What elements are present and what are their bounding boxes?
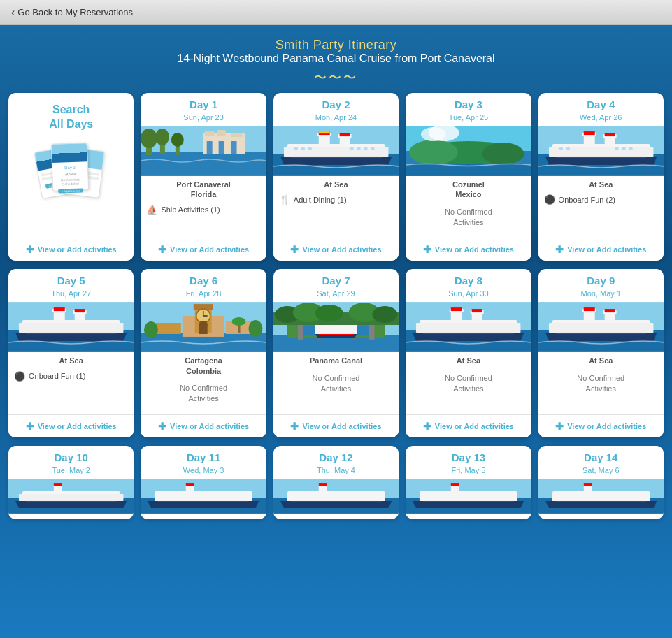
svg-rect-54 — [566, 147, 569, 150]
days-grid-row2: Day 5 Thu, Apr 27 — [0, 269, 672, 445]
svg-rect-53 — [559, 147, 562, 150]
header-ornament: 〜〜〜 — [0, 69, 672, 86]
day6-title: Day 6 — [141, 269, 266, 289]
svg-rect-149 — [451, 483, 459, 486]
svg-point-7 — [171, 133, 184, 147]
svg-point-37 — [409, 140, 458, 165]
day1-view-add-button[interactable]: ✚ View or Add activities — [141, 238, 266, 261]
svg-rect-56 — [622, 147, 625, 150]
day11-image — [141, 479, 266, 514]
day7-date: Sat, Apr 29 — [273, 289, 399, 298]
day3-location: CozumelMexico — [408, 180, 528, 200]
mickey-icon: ⚫ — [14, 371, 25, 382]
svg-rect-143 — [319, 483, 327, 486]
svg-rect-57 — [629, 147, 632, 150]
plus-icon: ✚ — [555, 421, 564, 432]
svg-rect-30 — [350, 147, 353, 150]
day4-date: Wed, Apr 26 — [538, 113, 664, 122]
day2-title: Day 2 — [273, 93, 399, 113]
search-view-add-button[interactable]: ✚ View or Add activities — [8, 238, 134, 261]
day6-view-add-button[interactable]: ✚ View or Add activities — [141, 414, 266, 437]
day12-title: Day 12 — [273, 446, 399, 466]
itinerary-header: Smith Party Itinerary 14-Night Westbound… — [0, 25, 672, 93]
day-card-2: Day 2 Mon, Apr 24 — [273, 93, 399, 261]
day3-no-activities: No ConfirmedActivities — [406, 203, 531, 233]
day8-title: Day 8 — [406, 269, 531, 289]
day1-title: Day 1 — [141, 93, 266, 113]
day3-title: Day 3 — [406, 93, 531, 113]
day8-view-add-button[interactable]: ✚ View or Add activities — [406, 414, 531, 437]
day5-activity-1: ⚫ Onboard Fun (1) — [8, 369, 134, 384]
search-all-days-card[interactable]: Search All Days + Add Activities Day 2 — [8, 93, 134, 261]
day8-location: At Sea — [408, 356, 528, 365]
day13-image — [406, 479, 531, 514]
day8-date: Sun, Apr 30 — [406, 289, 531, 298]
svg-rect-135 — [158, 501, 249, 502]
day-card-3: Day 3 Tue, Apr 25 Cozume — [406, 93, 531, 261]
svg-rect-140 — [287, 491, 385, 502]
svg-rect-128 — [19, 494, 123, 501]
day10-date: Tue, May 2 — [8, 466, 134, 474]
svg-rect-52 — [604, 133, 615, 136]
svg-rect-27 — [294, 147, 298, 150]
day6-no-activities: No ConfirmedActivities — [141, 379, 266, 409]
day10-title: Day 10 — [8, 446, 134, 466]
back-to-reservations-link[interactable]: Go Back to My Reservations — [11, 6, 133, 19]
svg-rect-19 — [291, 157, 382, 158]
day2-location: At Sea — [276, 180, 396, 189]
svg-rect-31 — [357, 147, 360, 150]
svg-rect-146 — [420, 491, 517, 502]
day7-view-add-button[interactable]: ✚ View or Add activities — [273, 414, 399, 437]
day-card-6: Day 6 Fri, Apr 28 — [141, 269, 266, 437]
svg-rect-134 — [155, 491, 252, 502]
day-card-9: Day 9 Mon, May 1 — [538, 269, 664, 437]
day9-view-add-button[interactable]: ✚ View or Add activities — [538, 414, 664, 437]
svg-rect-33 — [371, 147, 374, 150]
day-card-1: Day 1 Sun, Apr 23 — [141, 93, 266, 261]
day-card-13: Day 13 Fri, May 5 — [406, 446, 531, 519]
day14-image — [538, 479, 664, 514]
svg-rect-45 — [549, 147, 653, 157]
svg-rect-9 — [205, 131, 215, 136]
plus-icon: ✚ — [290, 421, 299, 432]
svg-rect-55 — [615, 147, 618, 150]
day5-view-add-button[interactable]: ✚ View or Add activities — [8, 414, 134, 437]
svg-rect-152 — [552, 491, 650, 502]
svg-rect-93 — [315, 324, 357, 334]
day2-date: Mon, Apr 24 — [273, 113, 399, 122]
day1-image — [141, 126, 266, 176]
day6-date: Fri, Apr 28 — [141, 289, 266, 298]
day4-activity-1: ⚫ Onboard Fun (2) — [538, 192, 664, 207]
svg-point-84 — [232, 317, 246, 326]
svg-rect-62 — [26, 333, 117, 334]
cruise-title: 14-Night Westbound Panama Canal Cruise f… — [0, 52, 672, 65]
day14-title: Day 14 — [538, 446, 664, 466]
svg-point-82 — [249, 320, 263, 337]
day-card-11: Day 11 Wed, May 3 — [141, 446, 266, 519]
svg-rect-106 — [416, 323, 521, 333]
plus-icon: ✚ — [158, 244, 166, 255]
day-card-14: Day 14 Sat, May 6 — [538, 446, 664, 519]
ship-icon: ⛵ — [146, 205, 157, 215]
day4-view-add-button[interactable]: ✚ View or Add activities — [538, 238, 664, 261]
mini-card-middle: Day 2 At Sea No ActivitiesScheduled + Ad… — [51, 143, 89, 191]
svg-rect-11 — [231, 133, 243, 137]
svg-point-78 — [199, 321, 208, 328]
svg-rect-46 — [556, 157, 647, 158]
svg-rect-107 — [423, 333, 514, 334]
svg-rect-118 — [556, 333, 647, 334]
day2-view-add-button[interactable]: ✚ View or Add activities — [273, 238, 399, 261]
plus-icon: ✚ — [555, 244, 564, 255]
day7-image — [273, 302, 399, 352]
svg-rect-12 — [207, 141, 213, 154]
day7-no-activities: No ConfirmedActivities — [273, 369, 399, 399]
plus-icon: ✚ — [26, 421, 34, 432]
day4-location: At Sea — [541, 180, 661, 189]
day9-title: Day 9 — [538, 269, 664, 289]
day6-image — [141, 302, 266, 352]
party-title: Smith Party Itinerary — [0, 38, 672, 52]
plus-icon: ✚ — [423, 421, 431, 432]
svg-rect-10 — [217, 130, 226, 136]
svg-rect-32 — [364, 147, 367, 150]
day3-view-add-button[interactable]: ✚ View or Add activities — [406, 238, 531, 261]
